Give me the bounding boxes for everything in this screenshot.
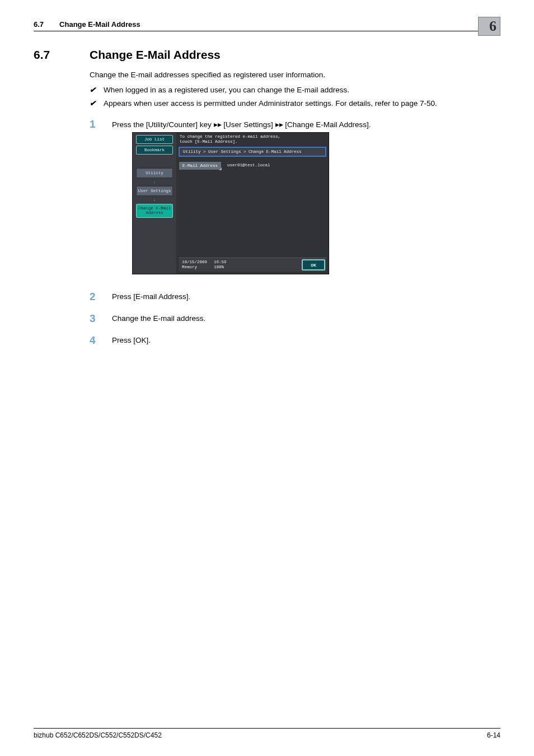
chapter-number: 6 bbox=[489, 18, 496, 35]
sidebar-item-change-email[interactable]: Change E-Mail Address bbox=[136, 204, 173, 218]
step-text: Press [OK]. bbox=[112, 336, 151, 344]
step-item: 3 Change the E-mail address. bbox=[90, 313, 500, 325]
check-icon: ✔ bbox=[90, 98, 96, 109]
tab-job-list[interactable]: Job List bbox=[136, 135, 173, 144]
heading-title: Change E-Mail Address bbox=[90, 48, 221, 61]
device-screenshot: Job List Bookmark Utility ↓ User Setting… bbox=[132, 132, 329, 274]
step-text: Press [E-mail Address]. bbox=[112, 292, 190, 301]
tab-bookmark[interactable]: Bookmark bbox=[136, 146, 173, 155]
status-time: 16:59 bbox=[214, 260, 227, 265]
step-number: 3 bbox=[90, 313, 97, 325]
status-memory-label: Memory bbox=[182, 265, 207, 270]
check-text: Appears when user access is permitted un… bbox=[104, 98, 437, 109]
step-text: Change the E-mail address. bbox=[112, 314, 205, 323]
status-memory-value: 100% bbox=[214, 265, 227, 270]
header-section-title: Change E-Mail Address bbox=[59, 20, 140, 29]
arrow-down-icon: ↓ bbox=[136, 198, 173, 202]
check-text: When logged in as a registered user, you… bbox=[104, 85, 349, 96]
check-item: ✔ When logged in as a registered user, y… bbox=[90, 85, 500, 96]
footer-page: 6-14 bbox=[487, 731, 500, 739]
step-number: 2 bbox=[90, 291, 97, 303]
step-text: Press the [Utility/Counter] key ▸▸ [User… bbox=[112, 120, 371, 129]
check-item: ✔ Appears when user access is permitted … bbox=[90, 98, 500, 109]
page-footer: bizhub C652/C652DS/C552/C552DS/C452 6-14 bbox=[34, 728, 500, 739]
footer-model: bizhub C652/C652DS/C552/C552DS/C452 bbox=[34, 731, 162, 739]
arrow-down-icon: ↓ bbox=[136, 180, 173, 184]
email-address-value: user01@test.local bbox=[224, 161, 274, 170]
status-bar: 10/15/2009 Memory 16:59 100% bbox=[179, 258, 302, 272]
step-list: 1 Press the [Utility/Counter] key ▸▸ [Us… bbox=[90, 119, 500, 347]
step-number: 1 bbox=[90, 119, 97, 281]
check-list: ✔ When logged in as a registered user, y… bbox=[90, 85, 500, 109]
intro-paragraph: Change the E-mail addresses specified as… bbox=[90, 69, 500, 81]
breadcrumb: Utility > User Settings > Change E-Mail … bbox=[179, 147, 326, 157]
status-date: 10/15/2009 bbox=[182, 260, 207, 265]
running-header: 6.7 Change E-Mail Address bbox=[34, 20, 500, 31]
step-number: 4 bbox=[90, 335, 97, 347]
chapter-tab: 6 bbox=[478, 17, 500, 36]
section-heading: 6.7Change E-Mail Address bbox=[34, 48, 500, 62]
sidebar-item-utility[interactable]: Utility bbox=[136, 168, 173, 178]
sidebar-item-user-settings[interactable]: User Settings bbox=[136, 186, 173, 196]
check-icon: ✔ bbox=[90, 85, 96, 96]
step-item: 2 Press [E-mail Address]. bbox=[90, 291, 500, 303]
ok-button[interactable]: OK bbox=[302, 259, 325, 270]
step-item: 4 Press [OK]. bbox=[90, 335, 500, 347]
header-section-number: 6.7 bbox=[34, 20, 44, 29]
step-item: 1 Press the [Utility/Counter] key ▸▸ [Us… bbox=[90, 119, 500, 281]
heading-number: 6.7 bbox=[34, 48, 90, 62]
instruction-text: To change the registered e-mail address,… bbox=[176, 133, 329, 146]
email-address-button[interactable]: E-Mail Address bbox=[179, 161, 222, 170]
